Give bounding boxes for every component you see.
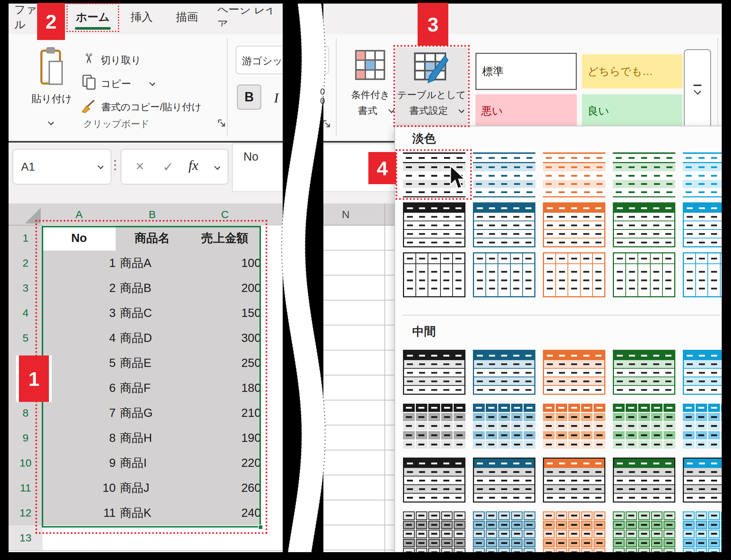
cell-C5[interactable]: 300 <box>189 326 267 351</box>
table-style-header-orange[interactable] <box>543 202 605 247</box>
column-header-B[interactable]: B <box>116 203 190 226</box>
column-header-C[interactable]: C <box>189 203 262 226</box>
table-style-grid-orange[interactable] <box>543 511 605 552</box>
font-dialog-launcher-icon[interactable] <box>322 119 332 131</box>
cell-C4[interactable]: 150 <box>189 301 267 326</box>
copy-button[interactable]: コピー <box>101 77 131 91</box>
column-header-A[interactable]: A <box>42 203 116 226</box>
row-header-8[interactable]: 8 <box>9 400 43 426</box>
cell-C1[interactable]: 売上金額 <box>189 226 262 251</box>
row-header-12[interactable]: 12 <box>9 500 43 526</box>
cell-A3[interactable]: 2 <box>42 276 122 301</box>
cell-C2[interactable]: 100 <box>189 251 267 276</box>
table-style-boxes-green[interactable] <box>613 404 675 449</box>
table-style-boxes-orange[interactable] <box>543 404 605 449</box>
cell-B8[interactable]: 商品G <box>116 400 194 426</box>
table-style-banded-orange[interactable] <box>543 350 605 395</box>
table-style-header-black[interactable] <box>403 202 465 247</box>
tab-insert[interactable]: 挿入 <box>127 8 157 26</box>
table-style-boxes-dark-blue[interactable] <box>473 404 535 449</box>
table-style-banded-black[interactable] <box>403 350 465 395</box>
tab-page-layout[interactable]: ページ レイア <box>217 8 285 26</box>
table-style-columns-orange[interactable] <box>543 252 605 297</box>
row-header-9[interactable]: 9 <box>9 425 43 451</box>
fill-handle[interactable] <box>258 525 263 530</box>
cell-A9[interactable]: 8 <box>42 425 122 451</box>
cell-C10[interactable]: 220 <box>189 450 267 476</box>
styles-gallery-more-button[interactable] <box>684 49 711 129</box>
cell-style-normal[interactable]: 標準 <box>475 53 577 90</box>
row-header-2[interactable]: 2 <box>9 251 43 276</box>
cell-A11[interactable]: 10 <box>42 475 122 501</box>
name-box[interactable]: A1 <box>12 149 111 185</box>
cell-A8[interactable]: 7 <box>42 400 122 426</box>
cell-A2[interactable]: 1 <box>42 251 122 276</box>
cell-C13[interactable] <box>189 525 262 551</box>
tab-draw[interactable]: 描画 <box>172 8 202 26</box>
fx-chevron-down-icon[interactable] <box>214 164 220 170</box>
format-painter-button[interactable]: 書式のコピー/貼り付け <box>101 101 202 113</box>
cell-A6[interactable]: 5 <box>42 350 122 376</box>
bold-button[interactable]: B <box>237 85 261 110</box>
row-header-1[interactable]: 1 <box>9 226 43 251</box>
cell-B5[interactable]: 商品D <box>116 326 194 351</box>
table-style-dark-orange[interactable] <box>543 458 605 503</box>
row-header-11[interactable]: 11 <box>9 475 43 501</box>
cell-C7[interactable]: 180 <box>189 375 267 401</box>
clipboard-dialog-launcher-icon[interactable] <box>217 118 227 130</box>
table-style-columns-black[interactable] <box>403 252 465 297</box>
table-style-columns-dark-blue[interactable] <box>473 252 535 297</box>
insert-function-icon[interactable]: fx <box>188 157 198 173</box>
cut-button[interactable]: 切り取り <box>101 54 141 67</box>
cell-C12[interactable]: 240 <box>189 500 267 526</box>
row-header-13[interactable]: 13 <box>9 525 43 551</box>
cell-style-good[interactable]: 良い <box>582 94 682 128</box>
cell-B9[interactable]: 商品H <box>116 425 194 451</box>
cell-B11[interactable]: 商品J <box>116 475 194 501</box>
table-style-banded-green[interactable] <box>613 350 675 395</box>
cell-C11[interactable]: 260 <box>189 475 267 501</box>
cell-C6[interactable]: 250 <box>189 350 267 376</box>
cell-A1[interactable]: No <box>42 226 116 251</box>
row-header-3[interactable]: 3 <box>9 276 43 301</box>
row-header-4[interactable]: 4 <box>9 301 43 326</box>
conditional-formatting-button[interactable]: 条件付き <box>339 89 402 101</box>
cancel-icon[interactable]: × <box>136 158 144 174</box>
cell-A4[interactable]: 3 <box>42 301 122 326</box>
cell-B7[interactable]: 商品F <box>116 375 194 401</box>
cell-B6[interactable]: 商品E <box>116 350 194 376</box>
row-header-10[interactable]: 10 <box>9 450 43 476</box>
table-style-plain-orange[interactable] <box>543 152 605 197</box>
cell-style-neutral[interactable]: どちらでも… <box>582 54 682 89</box>
cell-B3[interactable]: 商品B <box>116 276 194 301</box>
table-style-grid-black[interactable] <box>403 511 465 552</box>
table-style-grid-dark-blue[interactable] <box>473 511 535 552</box>
paste-button[interactable]: 貼り付け <box>21 92 82 106</box>
cell-style-bad[interactable]: 悪い <box>475 94 577 128</box>
cell-B4[interactable]: 商品C <box>116 301 194 326</box>
cell-B12[interactable]: 商品K <box>116 500 194 526</box>
table-style-grid-green[interactable] <box>613 511 675 552</box>
table-style-header-green[interactable] <box>613 202 675 247</box>
cell-B10[interactable]: 商品I <box>116 450 194 476</box>
name-box-chevron-down-icon[interactable] <box>97 163 104 169</box>
row-header-5[interactable]: 5 <box>9 326 43 351</box>
cell-A12[interactable]: 11 <box>42 500 122 526</box>
cell-C3[interactable]: 200 <box>189 276 267 301</box>
table-style-dark-black[interactable] <box>403 458 465 503</box>
table-style-columns-green[interactable] <box>613 252 675 297</box>
table-style-dark-dark-blue[interactable] <box>473 458 535 503</box>
cell-A5[interactable]: 4 <box>42 326 122 351</box>
cell-C8[interactable]: 210 <box>189 400 267 426</box>
cell-B13[interactable] <box>116 525 190 551</box>
table-style-plain-green[interactable] <box>613 152 675 197</box>
table-style-boxes-black[interactable] <box>403 404 465 449</box>
enter-icon[interactable]: ✓ <box>163 160 173 175</box>
cell-A7[interactable]: 6 <box>42 375 122 401</box>
select-all-corner[interactable] <box>25 208 41 223</box>
cell-A10[interactable]: 9 <box>42 450 122 476</box>
cell-B1[interactable]: 商品名 <box>116 226 190 251</box>
table-style-header-dark-blue[interactable] <box>473 202 535 247</box>
table-style-dark-green[interactable] <box>613 458 675 503</box>
table-style-banded-dark-blue[interactable] <box>473 350 535 395</box>
